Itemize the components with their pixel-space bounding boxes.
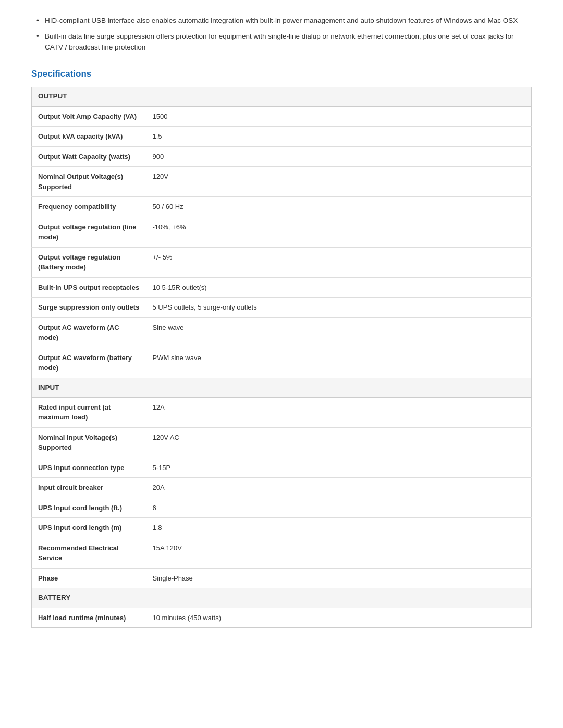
- specifications-title: Specifications: [31, 67, 532, 81]
- table-row: Output AC waveform (battery mode)PWM sin…: [32, 348, 532, 378]
- spec-label: UPS input connection type: [32, 458, 146, 478]
- feature-bullet-item: HID-compliant USB interface also enables…: [36, 16, 532, 26]
- feature-bullet-item: Built-in data line surge suppression off…: [36, 31, 532, 53]
- spec-value: 1.8: [146, 518, 532, 538]
- spec-label: Output kVA capacity (kVA): [32, 127, 146, 147]
- table-row: Output Watt Capacity (watts)900: [32, 146, 532, 167]
- table-row: Output AC waveform (AC mode)Sine wave: [32, 317, 532, 348]
- table-row: Nominal Output Voltage(s) Supported120V: [32, 167, 532, 197]
- table-row: Input circuit breaker20A: [32, 478, 532, 498]
- spec-label: Frequency compatibility: [32, 197, 146, 217]
- spec-label: Phase: [32, 568, 146, 588]
- table-row: PhaseSingle-Phase: [32, 568, 532, 588]
- table-row: UPS input connection type5-15P: [32, 458, 532, 478]
- table-row: Output kVA capacity (kVA)1.5: [32, 127, 532, 147]
- spec-value: 20A: [146, 478, 532, 498]
- spec-value: 1500: [146, 106, 532, 127]
- spec-label: UPS Input cord length (m): [32, 518, 146, 538]
- spec-value: PWM sine wave: [146, 348, 532, 378]
- spec-label: Built-in UPS output receptacles: [32, 277, 146, 298]
- table-row: UPS Input cord length (m)1.8: [32, 518, 532, 538]
- spec-label: Input circuit breaker: [32, 478, 146, 498]
- table-section-header: INPUT: [32, 378, 532, 397]
- spec-label: Output AC waveform (AC mode): [32, 317, 146, 348]
- spec-label: Output AC waveform (battery mode): [32, 348, 146, 378]
- table-row: Nominal Input Voltage(s) Supported120V A…: [32, 427, 532, 458]
- spec-label: UPS Input cord length (ft.): [32, 498, 146, 518]
- spec-label: Rated input current (at maximum load): [32, 397, 146, 427]
- spec-value: 50 / 60 Hz: [146, 197, 532, 217]
- table-row: Output voltage regulation (line mode)-10…: [32, 217, 532, 247]
- table-row: Output Volt Amp Capacity (VA)1500: [32, 106, 532, 127]
- spec-value: 12A: [146, 397, 532, 427]
- spec-value: 5-15P: [146, 458, 532, 478]
- table-row: Rated input current (at maximum load)12A: [32, 397, 532, 427]
- spec-label: Output Watt Capacity (watts): [32, 146, 146, 167]
- feature-bullets: HID-compliant USB interface also enables…: [31, 16, 532, 53]
- spec-value: -10%, +6%: [146, 217, 532, 247]
- table-section-header: BATTERY: [32, 588, 532, 608]
- spec-label: Recommended Electrical Service: [32, 538, 146, 568]
- table-section-header: OUTPUT: [32, 87, 532, 106]
- table-row: Half load runtime (minutes)10 minutes (4…: [32, 608, 532, 628]
- spec-value: 10 5-15R outlet(s): [146, 277, 532, 298]
- spec-value: 1.5: [146, 127, 532, 147]
- spec-value: Sine wave: [146, 317, 532, 348]
- spec-value: 15A 120V: [146, 538, 532, 568]
- table-row: Built-in UPS output receptacles10 5-15R …: [32, 277, 532, 298]
- spec-label: Surge suppression only outlets: [32, 298, 146, 318]
- spec-value: Single-Phase: [146, 568, 532, 588]
- spec-value: 120V AC: [146, 427, 532, 458]
- table-row: Frequency compatibility50 / 60 Hz: [32, 197, 532, 217]
- table-row: Surge suppression only outlets5 UPS outl…: [32, 298, 532, 318]
- table-row: UPS Input cord length (ft.)6: [32, 498, 532, 518]
- spec-label: Output voltage regulation (Battery mode): [32, 247, 146, 277]
- spec-value: +/- 5%: [146, 247, 532, 277]
- spec-label: Output Volt Amp Capacity (VA): [32, 106, 146, 127]
- spec-value: 900: [146, 146, 532, 167]
- spec-label: Output voltage regulation (line mode): [32, 217, 146, 247]
- spec-value: 10 minutes (450 watts): [146, 608, 532, 628]
- spec-value: 5 UPS outlets, 5 surge-only outlets: [146, 298, 532, 318]
- table-row: Recommended Electrical Service15A 120V: [32, 538, 532, 568]
- spec-value: 6: [146, 498, 532, 518]
- spec-value: 120V: [146, 167, 532, 197]
- table-row: Output voltage regulation (Battery mode)…: [32, 247, 532, 277]
- spec-label: Half load runtime (minutes): [32, 608, 146, 628]
- specifications-table: OUTPUTOutput Volt Amp Capacity (VA)1500O…: [31, 87, 532, 628]
- spec-label: Nominal Output Voltage(s) Supported: [32, 167, 146, 197]
- spec-label: Nominal Input Voltage(s) Supported: [32, 427, 146, 458]
